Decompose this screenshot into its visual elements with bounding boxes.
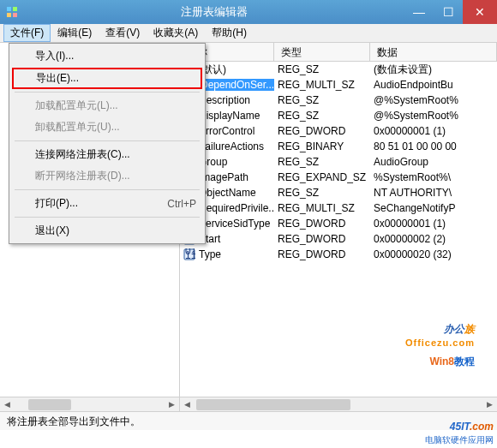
watermark-officezu: 办公族 Officezu.com Win8教程 <box>405 315 475 369</box>
window-title: 注册表编辑器 <box>24 4 404 20</box>
svg-rect-1 <box>13 7 17 11</box>
value-data: @%SystemRoot% <box>370 94 497 106</box>
statusbar: 将注册表全部导出到文件中。 <box>0 411 497 430</box>
value-data: (数值未设置) <box>370 63 497 77</box>
value-row[interactable]: abGroupREG_SZAudioGroup <box>180 154 497 170</box>
titlebar: 注册表编辑器 — ☐ ✕ <box>0 0 497 24</box>
value-name: DependOnSer... <box>199 79 274 91</box>
app-icon <box>5 5 19 19</box>
value-name: RequiredPrivile... <box>199 202 274 214</box>
value-type: REG_SZ <box>274 110 370 122</box>
value-type: REG_SZ <box>274 63 370 75</box>
col-type[interactable]: 类型 <box>274 43 370 61</box>
menu-file[interactable]: 文件(F) <box>3 24 51 42</box>
value-data: @%SystemRoot% <box>370 110 497 122</box>
menu-load-hive[interactable]: 加载配置单元(L)... <box>11 95 203 116</box>
value-type: REG_SZ <box>274 94 370 106</box>
value-row[interactable]: abDisplayNameREG_SZ@%SystemRoot% <box>180 108 497 123</box>
separator <box>15 140 200 141</box>
value-row[interactable]: 011110ServiceSidTypeREG_DWORD0x00000001 … <box>180 216 497 231</box>
value-type: REG_MULTI_SZ <box>274 202 370 214</box>
value-type: REG_MULTI_SZ <box>274 79 370 91</box>
value-name: Type <box>199 248 221 260</box>
value-name: ObjectName <box>199 187 256 199</box>
separator <box>15 189 200 190</box>
value-name: ImagePath <box>199 171 248 183</box>
value-row[interactable]: 011110DependOnSer...REG_MULTI_SZAudioEnd… <box>180 77 497 93</box>
value-row[interactable]: abImagePathREG_EXPAND_SZ%SystemRoot%\ <box>180 170 497 185</box>
value-row[interactable]: 011110TypeREG_DWORD0x00000020 (32) <box>180 247 497 262</box>
separator <box>15 92 200 93</box>
watermark-45it: 45IT.com 电脑软硬件应用网 <box>425 415 494 446</box>
col-data[interactable]: 数据 <box>370 43 497 61</box>
value-data: 80 51 01 00 00 00 <box>370 140 497 152</box>
menu-help[interactable]: 帮助(H) <box>205 24 254 42</box>
value-type: REG_SZ <box>274 187 370 199</box>
value-row[interactable]: 011110StartREG_DWORD0x00000002 (2) <box>180 231 497 247</box>
maximize-button[interactable]: ☐ <box>434 0 463 24</box>
value-icon: 011110 <box>183 248 195 260</box>
values-hscrollbar[interactable]: ◀▶ <box>180 397 497 411</box>
value-type: REG_DWORD <box>274 218 370 230</box>
value-name: ErrorControl <box>199 125 254 137</box>
minimize-button[interactable]: — <box>404 0 434 24</box>
value-row[interactable]: abDescriptionREG_SZ@%SystemRoot% <box>180 93 497 108</box>
value-data: AudioEndpointBu <box>370 79 497 91</box>
value-row[interactable]: ab(默认)REG_SZ(数值未设置) <box>180 62 497 77</box>
menu-export[interactable]: 导出(E)... <box>12 68 202 89</box>
menu-disconnect-network[interactable]: 断开网络注册表(D)... <box>11 165 203 187</box>
menu-edit[interactable]: 编辑(E) <box>51 24 99 42</box>
svg-rect-3 <box>13 13 17 17</box>
value-name: Description <box>199 94 250 106</box>
tree-hscrollbar[interactable]: ◀▶ <box>0 397 179 411</box>
value-data: 0x00000001 (1) <box>370 125 497 137</box>
value-type: REG_SZ <box>274 156 370 168</box>
menu-unload-hive[interactable]: 卸载配置单元(U)... <box>11 116 203 138</box>
value-name: ServiceSidType <box>199 218 270 230</box>
menu-import[interactable]: 导入(I)... <box>11 45 203 67</box>
svg-rect-0 <box>7 7 11 11</box>
file-dropdown: 导入(I)... 导出(E)... 加载配置单元(L)... 卸载配置单元(U)… <box>9 43 206 244</box>
value-data: 0x00000020 (32) <box>370 248 497 260</box>
value-type: REG_EXPAND_SZ <box>274 171 370 183</box>
value-data: 0x00000002 (2) <box>370 233 497 245</box>
value-name: FailureActions <box>199 140 264 152</box>
menu-favorites[interactable]: 收藏夹(A) <box>147 24 205 42</box>
value-data: AudioGroup <box>370 156 497 168</box>
value-type: REG_DWORD <box>274 125 370 137</box>
separator <box>15 217 200 218</box>
value-data: NT AUTHORITY\ <box>370 187 497 199</box>
svg-rect-2 <box>7 13 11 17</box>
value-row[interactable]: abObjectNameREG_SZNT AUTHORITY\ <box>180 185 497 200</box>
value-data: %SystemRoot%\ <box>370 171 497 183</box>
value-row[interactable]: 011110RequiredPrivile...REG_MULTI_SZSeCh… <box>180 200 497 216</box>
column-headers: 名称 类型 数据 <box>180 43 497 62</box>
value-data: SeChangeNotifyP <box>370 202 497 214</box>
value-data: 0x00000001 (1) <box>370 218 497 230</box>
value-row[interactable]: 011110ErrorControlREG_DWORD0x00000001 (1… <box>180 123 497 139</box>
value-type: REG_DWORD <box>274 248 370 260</box>
menu-print[interactable]: 打印(P)...Ctrl+P <box>11 193 203 214</box>
value-row[interactable]: 011110FailureActionsREG_BINARY80 51 01 0… <box>180 139 497 154</box>
menu-connect-network[interactable]: 连接网络注册表(C)... <box>11 144 203 165</box>
menu-exit[interactable]: 退出(X) <box>11 220 203 242</box>
svg-text:110: 110 <box>185 249 195 260</box>
value-type: REG_DWORD <box>274 233 370 245</box>
menu-view[interactable]: 查看(V) <box>99 24 147 42</box>
value-type: REG_BINARY <box>274 140 370 152</box>
menubar: 文件(F) 编辑(E) 查看(V) 收藏夹(A) 帮助(H) <box>0 24 497 43</box>
value-name: DisplayName <box>199 110 260 122</box>
close-button[interactable]: ✕ <box>463 0 497 24</box>
